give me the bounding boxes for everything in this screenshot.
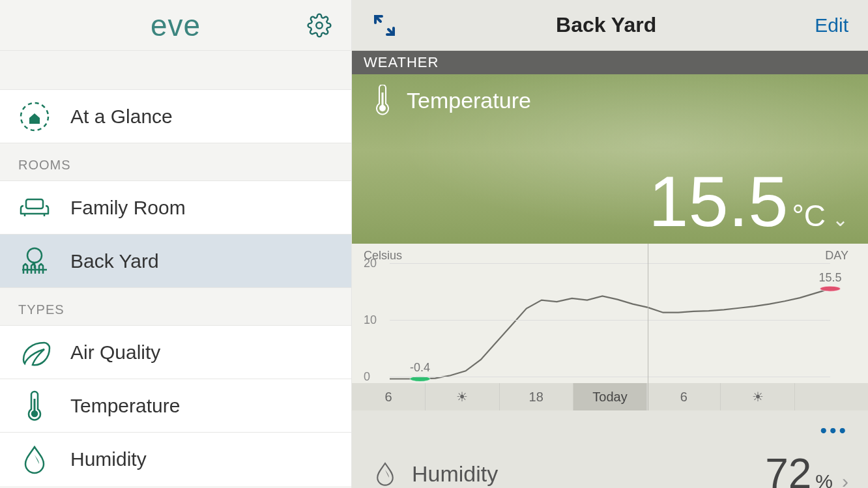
timeline-segment[interactable]: ☀ [721, 383, 794, 410]
temperature-unit: °C [792, 198, 826, 233]
page-title: Back Yard [556, 13, 656, 37]
sidebar-item-air-quality[interactable]: Air Quality [0, 326, 351, 379]
sidebar-item-label: Humidity [70, 448, 147, 470]
temperature-card-title: Temperature [407, 88, 531, 113]
chart-ytick: 10 [364, 313, 377, 327]
temperature-chart[interactable]: Celsius DAY 01020-0.415.5 [352, 244, 868, 383]
sidebar-item-family-room[interactable]: Family Room [0, 181, 351, 235]
sidebar-item-label: Temperature [70, 395, 180, 417]
temperature-card[interactable]: Temperature 15.5 °C ⌄ [352, 74, 868, 244]
topbar: Back Yard Edit [352, 0, 868, 51]
leaf-icon [18, 336, 51, 369]
thermometer-icon [18, 390, 51, 422]
main-panel: Back Yard Edit WEATHER Temperature 15.5 … [352, 0, 868, 488]
sidebar-item-at-a-glance[interactable]: At a Glance [0, 90, 351, 143]
svg-point-0 [316, 22, 323, 29]
svg-point-4 [32, 411, 37, 416]
chart-range-label: DAY [825, 249, 848, 263]
droplet-icon [18, 443, 51, 476]
svg-point-5 [380, 106, 385, 111]
timeline-segment[interactable]: 6 [352, 383, 426, 410]
sidebar: eve At a Glance ROOMS Family Room [0, 0, 352, 488]
svg-rect-2 [26, 199, 43, 208]
home-badge-icon [18, 100, 51, 133]
timeline-segment[interactable] [795, 383, 868, 410]
chart-point-label: -0.4 [410, 361, 430, 375]
settings-gear-icon[interactable] [307, 13, 332, 38]
temperature-value: 15.5 [648, 165, 788, 237]
chart-ytick: 0 [364, 370, 370, 384]
timeline-segment[interactable]: ☀ [426, 383, 499, 410]
humidity-value: 72 [765, 450, 811, 488]
chevron-down-icon[interactable]: ⌄ [832, 208, 848, 231]
humidity-card[interactable]: Humidity 72 % › [352, 446, 868, 488]
chart-ytick: 20 [364, 257, 377, 270]
thermometer-icon [371, 85, 394, 116]
tree-fence-icon [18, 245, 51, 278]
chart-point-label: 15.5 [818, 271, 841, 285]
section-label-types: TYPES [0, 288, 351, 326]
sidebar-item-temperature[interactable]: Temperature [0, 379, 351, 433]
sidebar-header: eve [0, 0, 351, 51]
humidity-unit: % [815, 470, 833, 488]
expand-icon[interactable] [371, 12, 398, 38]
sofa-icon [18, 192, 51, 224]
sidebar-item-label: Air Quality [70, 341, 160, 364]
more-options-icon[interactable]: ••• [352, 410, 868, 446]
droplet-icon [371, 460, 399, 487]
svg-point-7 [820, 286, 840, 291]
sidebar-spacer [0, 51, 351, 90]
sidebar-item-humidity[interactable]: Humidity [0, 433, 351, 486]
sidebar-item-label: At a Glance [70, 106, 173, 128]
edit-button[interactable]: Edit [815, 14, 848, 36]
weather-section-label: WEATHER [352, 51, 868, 74]
chart-today-divider [648, 244, 648, 410]
chart-timeline[interactable]: 6☀18Today6☀ [352, 383, 868, 410]
chevron-right-icon[interactable]: › [842, 470, 848, 488]
sidebar-item-label: Back Yard [70, 250, 159, 272]
section-label-rooms: ROOMS [0, 143, 351, 181]
timeline-segment[interactable]: 6 [647, 383, 721, 410]
svg-point-3 [27, 248, 42, 263]
humidity-card-title: Humidity [412, 461, 498, 487]
brand-logo: eve [151, 8, 201, 43]
sidebar-item-back-yard[interactable]: Back Yard [0, 235, 351, 288]
sidebar-item-label: Family Room [70, 197, 186, 219]
timeline-segment[interactable]: 18 [500, 383, 573, 410]
timeline-segment[interactable]: Today [573, 383, 647, 410]
